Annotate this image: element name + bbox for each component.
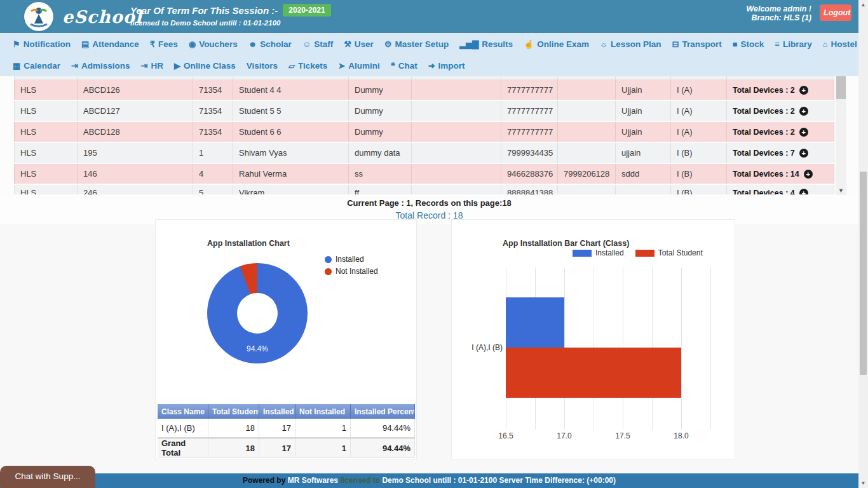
table-scrollbar-thumb[interactable] [836, 76, 846, 99]
table-cell: ABCD127 [78, 101, 193, 121]
legend-label: Installed [336, 255, 364, 264]
menu-item-library[interactable]: ≡Library [775, 39, 811, 49]
table-cell: Ujjain [616, 122, 671, 142]
menu-item-chat[interactable]: ❝Chat [391, 61, 417, 71]
expand-devices-icon[interactable]: + [799, 149, 808, 158]
menu-item-scholar[interactable]: ☻Scholar [248, 39, 292, 49]
summary-cell: 94.44% [351, 419, 415, 437]
wrench-icon: ⚒ [344, 40, 351, 48]
legend-label: Total Student [658, 248, 703, 257]
legend-swatch-icon [573, 250, 592, 257]
folder-icon: ■ [733, 40, 738, 48]
menu-item-hostel[interactable]: ⌂Hostel [823, 39, 857, 49]
legend-dot-icon [325, 268, 332, 275]
menu-item-attendance[interactable]: ▤Attendance [81, 39, 139, 49]
class-summary-table: Class NameTotal StudentInstalledNot Inst… [158, 404, 415, 458]
pie-legend-item: Installed [325, 255, 378, 264]
menu-item-transport[interactable]: ⊟Transport [672, 39, 722, 49]
menu-item-master-setup[interactable]: ⚙Master Setup [384, 39, 449, 49]
eschool-logo[interactable]: eSchool [24, 2, 142, 31]
legend-label: Not Installed [336, 267, 378, 276]
menu-item-fees[interactable]: ₹Fees [150, 39, 178, 49]
scroll-down-icon[interactable]: ▼ [858, 480, 868, 486]
table-row: HLSABCD12871354Student 6 6Dummy777777777… [14, 122, 834, 143]
menu-item-hr[interactable]: ⇥HR [141, 61, 163, 71]
menu-item-label: Import [438, 61, 465, 71]
table-cell [558, 185, 616, 194]
menu-item-user[interactable]: ⚒User [344, 39, 374, 49]
menu-item-visitors[interactable]: Visitors [247, 61, 278, 71]
menu-item-online-exam[interactable]: ☝Online Exam [524, 39, 589, 49]
total-devices-cell: Total Devices : 2+ [727, 80, 834, 100]
menu-item-label: Chat [398, 61, 417, 71]
main-menu: ⚑Notification▤Attendance₹Fees◉Vouchers☻S… [0, 33, 858, 76]
page-scrollbar-thumb[interactable] [860, 172, 867, 375]
table-cell: 4 [193, 164, 233, 184]
expand-devices-icon[interactable]: + [799, 189, 808, 195]
table-cell: Vikram [233, 185, 349, 194]
table-scroll-down-icon[interactable]: ▼ [836, 187, 846, 194]
table-cell [558, 122, 616, 142]
table-cell: ABCD126 [78, 80, 193, 100]
menu-item-vouchers[interactable]: ◉Vouchers [189, 39, 238, 49]
table-cell [558, 80, 616, 100]
table-cell: 71354 [193, 122, 233, 142]
menu-item-admissions[interactable]: ⇥Admissions [71, 61, 130, 71]
table-cell: 7777777777 [501, 122, 558, 142]
table-cell: 195 [78, 143, 193, 163]
menu-item-import[interactable]: ➜Import [428, 61, 465, 71]
table-cell: Ujjain [616, 80, 671, 100]
table-cell: 8888841388 [501, 185, 558, 194]
menu-item-online-class[interactable]: ▶Online Class [174, 61, 236, 71]
expand-devices-icon[interactable]: + [799, 128, 808, 137]
menu-item-lesson-plan[interactable]: ☼Lesson Plan [600, 39, 661, 49]
menu-item-calendar[interactable]: ▦Calendar [13, 61, 60, 71]
menu-item-label: Library [783, 39, 812, 49]
table-cell: Student 4 4 [233, 80, 349, 100]
menu-item-label: User [355, 39, 374, 49]
table-cell: 7999206128 [558, 164, 616, 184]
summary-header-cell: Class Name [158, 404, 208, 419]
menu-item-label: Scholar [260, 39, 292, 49]
logout-button[interactable]: Logout [820, 4, 851, 21]
menu-item-notification[interactable]: ⚑Notification [13, 39, 71, 49]
footer-bar: Powered by MR Softwares licensed to Demo… [0, 473, 858, 488]
summary-cell: Grand Total [158, 438, 208, 458]
menu-item-staff[interactable]: ☺Staff [302, 39, 333, 49]
menu-item-stock[interactable]: ■Stock [733, 39, 764, 49]
menu-item-alumini[interactable]: ➤Alumini [338, 61, 379, 71]
expand-devices-icon[interactable]: + [799, 86, 808, 95]
table-cell: I (A) [671, 101, 727, 121]
table-cell: 7999934435 [501, 143, 558, 163]
table-cell: Rahul Verma [233, 164, 349, 184]
summary-header-cell: Not Installed [295, 404, 351, 419]
x-tick-label: 16.5 [493, 431, 519, 440]
menu-item-label: HR [151, 61, 163, 71]
book-icon: ≡ [775, 40, 780, 48]
table-cell: dummy data [349, 143, 412, 163]
chat-with-support-button[interactable]: Chat with Supp... [0, 466, 95, 488]
summary-cell: 18 [208, 438, 259, 458]
total-devices-label: Total Devices : 2 [733, 107, 795, 116]
summary-table-header: Class NameTotal StudentInstalledNot Inst… [158, 404, 415, 419]
menu-item-results[interactable]: ▂▅▇Results [459, 39, 513, 49]
table-scrollbar[interactable]: ▼ [836, 76, 846, 195]
table-cell [412, 80, 501, 100]
expand-devices-icon[interactable]: + [799, 107, 808, 116]
welcome-text: Welcome admin ! Branch: HLS (1) [746, 4, 811, 22]
table-cell: I (B) [671, 185, 727, 194]
total-devices-label: Total Devices : 7 [733, 149, 795, 158]
menu-item-tickets[interactable]: ▱Tickets [288, 61, 327, 71]
scroll-up-icon[interactable]: ▲ [858, 2, 868, 8]
donut-hole [237, 293, 278, 334]
page-scrollbar[interactable]: ▲ ▼ [858, 0, 868, 488]
menu-item-label: Admissions [81, 61, 130, 71]
summary-table-body: I (A),I (B)1817194.44%Grand Total1817194… [158, 419, 415, 458]
total-devices-cell: Total Devices : 4+ [727, 185, 834, 194]
expand-devices-icon[interactable]: + [804, 170, 813, 179]
branch-line: Branch: HLS (1) [746, 13, 811, 22]
bar-legend: InstalledTotal Student [573, 248, 703, 257]
table-cell: HLS [14, 80, 78, 100]
table-cell: 71354 [193, 80, 233, 100]
table-cell: HLS [14, 122, 78, 142]
